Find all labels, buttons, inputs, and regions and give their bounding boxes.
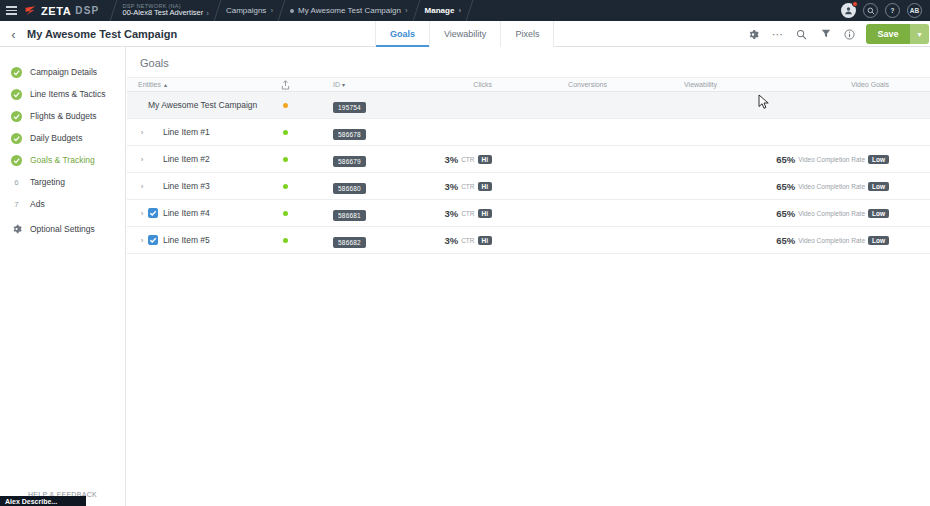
column-header-entities[interactable]: Entities ▴ (127, 81, 277, 88)
status-cell (277, 103, 313, 108)
breadcrumb-campaign[interactable]: My Awesome Test Campaign› (290, 6, 408, 15)
id-badge: 586679 (333, 156, 366, 167)
video-rating-badge: Low (868, 182, 889, 191)
menu-hamburger-icon[interactable] (0, 0, 22, 21)
tab-label: Goals (390, 29, 415, 39)
app-window: ZETA DSP DSP NETWORK (NA) 00-Alex8 Test … (0, 0, 930, 506)
breadcrumb-separator (110, 0, 118, 21)
video-goals-cell: 65% Video Completion Rate Low (728, 208, 930, 219)
avatar[interactable]: AB (907, 3, 922, 18)
notification-badge (852, 1, 858, 7)
more-options-icon[interactable]: ⋯ (771, 28, 784, 41)
sidebar-item-ads[interactable]: 7 Ads (0, 193, 125, 215)
sidebar-item-label: Campaign Details (30, 67, 97, 77)
section-title: Goals (140, 57, 930, 69)
breadcrumb-separator (213, 0, 221, 21)
save-button[interactable]: Save (866, 24, 910, 44)
video-metric-label: Video Completion Rate (798, 183, 865, 190)
header-action-icons: ⋯ (747, 21, 856, 47)
table-row[interactable]: › Line Item #5 586682 3% CTR Hi 65% Vide… (127, 227, 930, 254)
expand-chevron-icon[interactable]: › (136, 128, 148, 137)
chevron-right-icon: › (270, 7, 273, 15)
table-row[interactable]: › Line Item #1 586678 (127, 119, 930, 146)
sidebar-item-flights-budgets[interactable]: Flights & Budgets (0, 105, 125, 127)
clicks-metric-label: CTR (461, 210, 474, 217)
table-body: › My Awesome Test Campaign 195754 › Line… (127, 92, 930, 254)
tab-label: Pixels (515, 29, 539, 39)
search-icon[interactable] (863, 3, 878, 18)
expand-chevron-icon[interactable]: › (136, 155, 148, 164)
info-icon[interactable] (843, 28, 856, 41)
id-cell: 586680 (313, 177, 408, 195)
clicks-rating-badge: Hi (478, 209, 493, 218)
brand-logo[interactable]: ZETA DSP (22, 4, 105, 17)
expand-chevron-icon[interactable]: › (136, 182, 148, 191)
row-checkbox[interactable] (148, 208, 160, 218)
column-header-video-goals[interactable]: Video Goals (728, 81, 930, 88)
check-circle-icon (10, 89, 23, 100)
column-header-id[interactable]: ID ▾ (313, 81, 408, 88)
chevron-right-icon: › (405, 7, 408, 15)
settings-gear-icon[interactable] (747, 28, 760, 41)
tab-label: Viewability (444, 29, 486, 39)
column-header-viewability[interactable]: Viewability (618, 81, 728, 88)
column-header-share[interactable] (277, 80, 313, 90)
video-rating-badge: Low (868, 155, 889, 164)
sidebar-item-line-items-tactics[interactable]: Line Items & Tactics (0, 83, 125, 105)
breadcrumb-campaigns[interactable]: Campaigns› (226, 6, 273, 15)
sidebar-item-label: Goals & Tracking (30, 155, 95, 165)
help-icon[interactable]: ? (885, 3, 900, 18)
entities-cell: › Line Item #4 (127, 208, 277, 218)
entities-cell: › My Awesome Test Campaign (127, 100, 277, 110)
column-header-conversions[interactable]: Conversions (503, 81, 618, 88)
search-icon[interactable] (795, 28, 808, 41)
sidebar-item-targeting[interactable]: 6 Targeting (0, 171, 125, 193)
advertiser-selector[interactable]: DSP NETWORK (NA) 00-Alex8 Test Advertise… (122, 3, 208, 18)
account-person-icon[interactable] (841, 3, 856, 18)
id-cell: 586679 (313, 150, 408, 168)
video-metric-label: Video Completion Rate (798, 237, 865, 244)
breadcrumb-manage[interactable]: Manage› (425, 6, 461, 15)
bottom-overlay[interactable]: Alex Describe... (0, 496, 86, 506)
entities-cell: › Line Item #2 (127, 154, 277, 164)
expand-chevron-icon[interactable]: › (136, 236, 148, 245)
id-badge: 586680 (333, 183, 366, 194)
status-dot-icon (283, 211, 288, 216)
row-checkbox[interactable] (148, 235, 160, 245)
breadcrumb-separator (278, 0, 286, 21)
filter-funnel-icon[interactable] (819, 28, 832, 41)
tab-goals[interactable]: Goals (375, 21, 429, 47)
entities-cell: › Line Item #5 (127, 235, 277, 245)
page-header: ‹ My Awesome Test Campaign Goals Viewabi… (0, 21, 930, 47)
tab-pixels[interactable]: Pixels (500, 21, 554, 47)
tab-viewability[interactable]: Viewability (429, 21, 500, 47)
sidebar-item-daily-budgets[interactable]: Daily Budgets (0, 127, 125, 149)
save-split-button: Save ▾ (866, 24, 929, 44)
sidebar-item-label: Ads (30, 199, 45, 209)
id-badge: 195754 (333, 102, 366, 113)
table-row[interactable]: › My Awesome Test Campaign 195754 (127, 92, 930, 119)
expand-chevron-icon[interactable]: › (136, 209, 148, 218)
product-name: DSP (75, 5, 99, 16)
video-goals-cell: 65% Video Completion Rate Low (728, 235, 930, 246)
back-chevron-button[interactable]: ‹ (5, 21, 22, 47)
column-header-clicks[interactable]: Clicks (408, 81, 503, 88)
entity-name: Line Item #4 (163, 208, 210, 218)
video-value: 65% (776, 235, 795, 246)
table-row[interactable]: › Line Item #3 586680 3% CTR Hi 65% Vide… (127, 173, 930, 200)
topbar-actions: ? AB (841, 3, 930, 18)
table-row[interactable]: › Line Item #4 586681 3% CTR Hi 65% Vide… (127, 200, 930, 227)
status-cell (277, 184, 313, 189)
clicks-value: 3% (444, 235, 458, 246)
save-dropdown-caret-icon[interactable]: ▾ (910, 24, 929, 44)
chevron-right-icon: › (206, 10, 209, 18)
video-goals-cell: 65% Video Completion Rate Low (728, 181, 930, 192)
check-circle-icon (10, 155, 23, 166)
id-badge: 586681 (333, 210, 366, 221)
sidebar-item-campaign-details[interactable]: Campaign Details (0, 61, 125, 83)
sidebar-item-goals-tracking[interactable]: Goals & Tracking (0, 149, 125, 171)
sidebar-item-optional-settings[interactable]: Optional Settings (0, 218, 125, 240)
sidebar-item-label: Targeting (30, 177, 65, 187)
table-row[interactable]: › Line Item #2 586679 3% CTR Hi 65% Vide… (127, 146, 930, 173)
video-metric-label: Video Completion Rate (798, 156, 865, 163)
